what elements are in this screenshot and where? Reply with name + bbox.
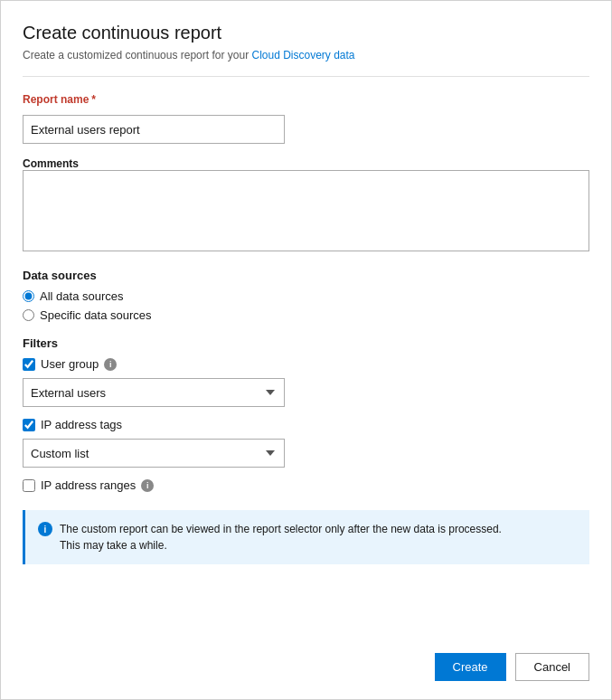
comments-label: Comments xyxy=(23,157,79,170)
ip-tags-filter-row: IP address tags xyxy=(23,418,589,431)
ip-tags-dropdown[interactable]: Custom list Corporate Risk xyxy=(23,439,285,468)
user-group-info-icon: i xyxy=(104,358,117,371)
ip-ranges-label: IP address ranges xyxy=(41,478,136,492)
ip-tags-checkbox[interactable] xyxy=(23,419,35,431)
ip-tags-label: IP address tags xyxy=(41,418,122,431)
user-group-checkbox[interactable] xyxy=(23,358,35,371)
info-text-line2: This may take a while. xyxy=(60,539,167,552)
dialog-subtitle: Create a customized continuous report fo… xyxy=(23,49,589,61)
info-box-icon: i xyxy=(38,522,52,536)
dialog-footer: Create Cancel xyxy=(23,639,589,681)
report-name-label: Report name xyxy=(23,93,89,106)
user-group-filter-row: User group i xyxy=(23,357,589,371)
radio-specific-sources-input[interactable] xyxy=(23,309,34,321)
user-group-label: User group xyxy=(41,357,99,371)
create-button[interactable]: Create xyxy=(435,653,506,681)
filters-label: Filters xyxy=(23,336,589,350)
radio-specific-sources[interactable]: Specific data sources xyxy=(23,308,589,322)
ip-ranges-info-icon: i xyxy=(141,479,154,492)
report-name-input[interactable] xyxy=(23,115,285,144)
filters-section: Filters User group i External users All … xyxy=(23,336,589,492)
info-box-text: The custom report can be viewed in the r… xyxy=(60,521,502,553)
user-group-dropdown-wrapper: External users All users xyxy=(23,378,589,407)
radio-specific-sources-label: Specific data sources xyxy=(40,308,152,322)
required-marker: * xyxy=(91,93,96,106)
ip-ranges-checkbox[interactable] xyxy=(23,479,35,492)
info-box: i The custom report can be viewed in the… xyxy=(23,510,589,564)
ip-tags-dropdown-wrapper: Custom list Corporate Risk xyxy=(23,439,589,468)
radio-all-sources[interactable]: All data sources xyxy=(23,289,589,303)
data-sources-radio-group: All data sources Specific data sources xyxy=(23,289,589,322)
cloud-discovery-link[interactable]: Cloud Discovery data xyxy=(251,49,354,61)
subtitle-static-text: Create a customized continuous report fo… xyxy=(23,49,251,61)
info-text-line1: The custom report can be viewed in the r… xyxy=(60,523,502,535)
radio-all-sources-input[interactable] xyxy=(23,290,34,302)
cancel-button[interactable]: Cancel xyxy=(515,653,589,681)
radio-all-sources-label: All data sources xyxy=(40,289,124,303)
user-group-dropdown[interactable]: External users All users xyxy=(23,378,285,407)
ip-ranges-filter-row: IP address ranges i xyxy=(23,478,589,492)
create-report-dialog: Create continuous report Create a custom… xyxy=(0,0,612,700)
dialog-title: Create continuous report xyxy=(23,23,589,43)
divider xyxy=(23,76,589,77)
data-sources-label: Data sources xyxy=(23,269,589,282)
comments-input[interactable] xyxy=(23,170,589,251)
